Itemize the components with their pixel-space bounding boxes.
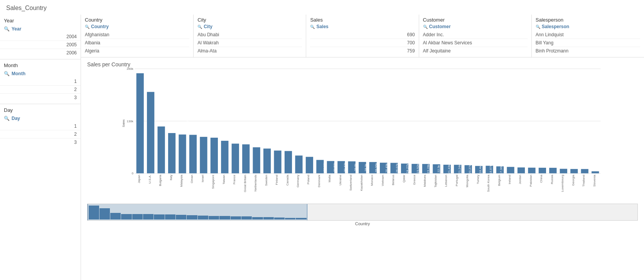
chart-bar[interactable] <box>507 167 514 174</box>
chart-bar[interactable] <box>147 92 154 173</box>
year-section-title: Year <box>0 17 81 25</box>
svg-text:Canada: Canada <box>286 174 289 186</box>
svg-text:Kazakhstan: Kazakhstan <box>360 175 363 191</box>
month-search-row[interactable]: 🔍 Month <box>0 70 81 78</box>
chart-bar[interactable] <box>168 133 175 173</box>
salesperson-filter: Salesperson 🔍 Salesperson Ann Lindquist … <box>532 15 644 57</box>
year-item[interactable]: 2005 <box>0 41 81 49</box>
month-item[interactable]: 1 <box>0 78 81 86</box>
svg-text:Sales: Sales <box>122 120 125 127</box>
svg-text:Ukraine: Ukraine <box>339 174 342 185</box>
svg-text:90,72k: 90,72k <box>218 150 221 160</box>
svg-text:Vietnam: Vietnam <box>381 175 384 186</box>
customer-filter: Customer 🔍 Customer Adder Inc. Al Akbar … <box>419 15 532 57</box>
svg-text:South Korea: South Korea <box>487 174 490 192</box>
chart-area: Sales per Country 0130k260kSales248,878k… <box>81 57 644 280</box>
sales-filter-item[interactable]: 700 <box>310 39 415 47</box>
chart-bar[interactable] <box>581 169 588 173</box>
chart-title: Sales per Country <box>87 61 638 67</box>
chart-bar[interactable] <box>306 157 313 174</box>
salesperson-filter-item[interactable]: Bill Yang <box>536 39 640 47</box>
svg-text:Slovenia: Slovenia <box>593 174 596 186</box>
customer-filter-title: Customer <box>423 17 528 23</box>
mini-bar <box>89 206 99 219</box>
chart-bar[interactable] <box>200 137 207 174</box>
chart-bar[interactable] <box>242 144 250 173</box>
mini-bar <box>154 214 164 219</box>
customer-search-row[interactable]: 🔍 Customer <box>423 24 528 29</box>
chart-bar[interactable] <box>179 135 186 174</box>
chart-bar[interactable] <box>232 143 239 173</box>
svg-text:Greece: Greece <box>413 174 416 185</box>
month-section-title: Month <box>0 62 81 70</box>
svg-text:260k: 260k <box>126 67 133 71</box>
mini-bars <box>88 204 307 220</box>
svg-text:30,42k: 30,42k <box>343 162 347 172</box>
city-search-row[interactable]: 🔍 City <box>197 24 302 29</box>
year-item[interactable]: 2004 <box>0 33 81 41</box>
chart-bar[interactable] <box>570 169 578 173</box>
chart-bar[interactable] <box>274 150 281 173</box>
day-item[interactable]: 1 <box>0 122 81 130</box>
customer-filter-item[interactable]: Al Akbar News Services <box>423 39 528 47</box>
chart-bar[interactable] <box>137 73 144 173</box>
svg-text:0: 0 <box>131 172 133 175</box>
mini-bar <box>198 216 208 219</box>
chart-bar[interactable] <box>263 148 271 173</box>
chart-bar[interactable] <box>528 168 535 174</box>
chart-bar[interactable] <box>157 127 165 174</box>
city-filter: City 🔍 City Abu Dhabi Al Wakrah Alma-Ata <box>194 15 306 57</box>
chart-bar[interactable] <box>592 171 599 173</box>
chart-bar[interactable] <box>539 168 546 173</box>
city-filter-item[interactable]: Alma-Ata <box>197 47 302 55</box>
year-item[interactable]: 2006 <box>0 49 81 57</box>
city-filter-title: City <box>197 17 302 23</box>
chart-bar[interactable] <box>189 135 197 174</box>
salesperson-filter-item[interactable]: Binh Protzmann <box>536 47 640 55</box>
search-icon: 🔍 <box>310 25 315 29</box>
chart-bar[interactable] <box>549 168 556 173</box>
month-item[interactable]: 3 <box>0 94 81 101</box>
mini-bar <box>121 214 131 219</box>
chart-bar[interactable] <box>211 138 218 173</box>
svg-text:24,27k: 24,27k <box>406 164 409 173</box>
sales-filter-item[interactable]: 690 <box>310 31 415 39</box>
month-item[interactable]: 2 <box>0 86 81 94</box>
mini-chart-selection[interactable] <box>88 204 307 220</box>
chart-bar[interactable] <box>518 167 525 173</box>
day-search-row[interactable]: 🔍 Day <box>0 115 81 122</box>
sales-filter-title: Sales <box>310 17 415 23</box>
year-search-row[interactable]: 🔍 Year <box>0 25 81 33</box>
customer-filter-item[interactable]: Adder Inc. <box>423 31 528 39</box>
city-filter-item[interactable]: Abu Dhabi <box>197 31 302 39</box>
mini-bar <box>219 216 230 219</box>
salesperson-filter-item[interactable]: Ann Lindquist <box>536 31 640 39</box>
svg-text:China: China <box>539 174 543 183</box>
svg-text:30,58k: 30,58k <box>333 162 336 172</box>
chart-bar[interactable] <box>253 147 260 174</box>
page-title: Sales_Country <box>0 0 644 15</box>
sales-search-row[interactable]: 🔍 Sales <box>310 24 415 29</box>
country-filter-item[interactable]: Albania <box>85 39 189 47</box>
customer-filter-item[interactable]: Alf Jequitaine <box>423 47 528 55</box>
chart-bar[interactable] <box>285 151 292 174</box>
mini-chart[interactable] <box>87 204 638 221</box>
salesperson-search-row[interactable]: 🔍 Salesperson <box>536 24 640 29</box>
year-search-label: Year <box>12 26 21 32</box>
chart-bar[interactable] <box>560 169 567 174</box>
country-filter-item[interactable]: Afghanistan <box>85 31 189 39</box>
city-filter-item[interactable]: Al Wakrah <box>197 39 302 47</box>
country-search-row[interactable]: 🔍 Country <box>85 24 189 29</box>
svg-text:Maldives: Maldives <box>423 175 427 187</box>
day-item[interactable]: 2 <box>0 130 81 138</box>
country-filter-title: Country <box>85 17 189 23</box>
chart-bar[interactable] <box>295 155 302 173</box>
svg-text:Denmark: Denmark <box>317 174 321 187</box>
country-filter-item[interactable]: Algeria <box>85 47 189 55</box>
svg-text:20,27k: 20,27k <box>468 164 472 174</box>
mini-bar <box>143 214 153 219</box>
day-item[interactable]: 3 <box>0 138 81 146</box>
sales-filter-item[interactable]: 759 <box>310 47 415 55</box>
day-filter-section: Day 🔍 Day 1 2 3 <box>0 104 81 148</box>
chart-bar[interactable] <box>221 141 228 173</box>
